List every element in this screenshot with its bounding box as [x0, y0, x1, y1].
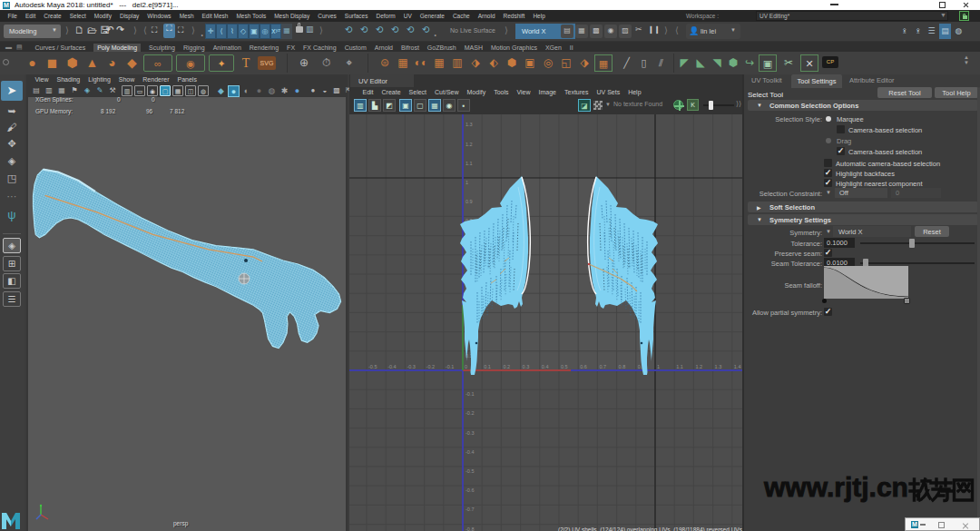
svg-text:-0.1: -0.1	[466, 391, 474, 397]
svg-text:-0.5: -0.5	[368, 364, 377, 369]
svg-text:1.1: 1.1	[676, 364, 683, 369]
svg-text:0: 0	[465, 364, 467, 369]
svg-text:0.2: 0.2	[503, 364, 510, 369]
svg-text:0.9: 0.9	[466, 199, 473, 204]
svg-text:-0.2: -0.2	[426, 364, 435, 369]
svg-text:-0.3: -0.3	[466, 430, 474, 436]
svg-text:-0.8: -0.8	[466, 526, 474, 531]
svg-text:1: 1	[657, 364, 660, 369]
svg-text:1.4: 1.4	[734, 364, 741, 369]
svg-text:-0.4: -0.4	[466, 449, 474, 455]
svg-text:-0.3: -0.3	[407, 364, 415, 369]
svg-text:1.3: 1.3	[715, 364, 722, 369]
svg-text:1.2: 1.2	[695, 364, 702, 369]
svg-text:1: 1	[466, 180, 468, 185]
svg-text:0.8: 0.8	[619, 364, 626, 369]
svg-text:0.5: 0.5	[561, 364, 568, 369]
svg-text:1.2: 1.2	[466, 142, 473, 147]
svg-text:-0.4: -0.4	[387, 364, 396, 369]
svg-text:0.3: 0.3	[523, 364, 530, 369]
svg-text:-0.2: -0.2	[466, 410, 474, 416]
svg-text:-0.6: -0.6	[466, 487, 474, 493]
svg-text:0.7: 0.7	[599, 364, 606, 369]
svg-text:0.4: 0.4	[542, 364, 549, 369]
svg-text:-0.1: -0.1	[446, 364, 454, 369]
svg-text:0.1: 0.1	[484, 364, 491, 369]
svg-text:1.1: 1.1	[466, 161, 473, 166]
svg-text:-0.5: -0.5	[466, 468, 474, 474]
svg-text:0.6: 0.6	[580, 364, 587, 369]
svg-text:-0.7: -0.7	[466, 506, 474, 512]
svg-text:1.3: 1.3	[466, 122, 473, 127]
